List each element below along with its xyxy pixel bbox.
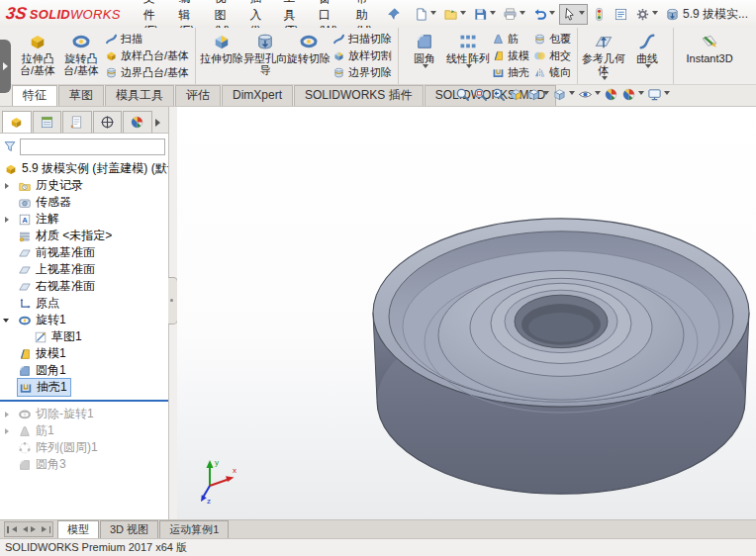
rollback-bar[interactable] (0, 400, 168, 402)
tab-mold-tools[interactable]: 模具工具 (105, 85, 174, 106)
reference-geometry-button[interactable]: 参考几何体 (582, 30, 625, 85)
sweep-button[interactable]: 扫描 (105, 31, 189, 47)
lofted-cut-button[interactable]: 放样切割 (332, 47, 392, 64)
dropdown-caret-icon[interactable] (430, 11, 436, 18)
open-button[interactable] (440, 4, 469, 25)
tab-configuration-manager[interactable] (62, 111, 92, 133)
tab-features[interactable]: 特征 (12, 85, 57, 106)
boundary-boss-base-button[interactable]: 边界凸台/基体 (105, 64, 189, 81)
dropdown-caret-icon[interactable] (520, 11, 525, 18)
new-document-button[interactable] (411, 4, 439, 25)
intersect-button[interactable]: 相交 (533, 47, 571, 64)
collapse-arrow-icon[interactable] (3, 319, 9, 325)
tab-dimxpert-manager[interactable] (93, 111, 123, 133)
instant3d-button[interactable]: Instant3D (678, 30, 741, 66)
anchor-button[interactable] (662, 4, 683, 25)
view-orientation-button[interactable] (526, 87, 549, 102)
tree-item-sketch1[interactable]: 草图1 (0, 328, 168, 345)
tab-3d-views[interactable]: 3D 视图 (100, 520, 158, 538)
zoom-to-fit-button[interactable] (455, 87, 470, 102)
tree-item-fillet1[interactable]: 圆角1 (0, 362, 168, 379)
tree-item-circular-pattern1[interactable]: 阵列(圆周)1 (0, 439, 168, 456)
lofted-boss-base-button[interactable]: 放样凸台/基体 (105, 47, 189, 64)
revolved-boss-base-button[interactable]: 旋转凸台/基体 (59, 30, 103, 78)
dropdown-caret-icon[interactable] (543, 91, 549, 98)
next-tab-button[interactable] (31, 524, 39, 534)
dropdown-caret-icon[interactable] (569, 91, 575, 98)
tree-item-sensors[interactable]: 传感器 (0, 194, 168, 211)
tree-item-cut-revolve1[interactable]: 切除-旋转1 (0, 406, 168, 422)
wrap-button[interactable]: 包覆 (533, 31, 571, 47)
tab-solidworks-addins[interactable]: SOLIDWORKS 插件 (294, 85, 424, 106)
tree-item-fillet3[interactable]: 圆角3 (0, 456, 168, 473)
dropdown-caret-icon[interactable] (602, 76, 608, 83)
tab-property-manager[interactable] (33, 111, 62, 133)
save-button[interactable] (470, 4, 499, 25)
document-properties-button[interactable] (611, 4, 631, 25)
expand-arrow-icon[interactable] (5, 183, 12, 189)
mirror-button[interactable]: 镜向 (533, 64, 571, 81)
tree-item-right-plane[interactable]: 右视基准面 (0, 278, 168, 295)
tree-item-rib1[interactable]: 筋1 (0, 422, 168, 439)
dropdown-caret-icon[interactable] (579, 11, 585, 18)
tree-item-draft1[interactable]: 拔模1 (0, 345, 168, 362)
filter-input[interactable] (20, 139, 165, 155)
first-tab-button[interactable] (7, 524, 17, 534)
curves-button[interactable]: 曲线 (625, 30, 669, 73)
tab-dimxpert[interactable]: DimXpert (222, 85, 293, 106)
dropdown-caret-icon[interactable] (645, 64, 651, 71)
dropdown-caret-icon[interactable] (423, 64, 428, 71)
zoom-to-area-button[interactable] (473, 87, 488, 102)
dropdown-caret-icon[interactable] (638, 91, 644, 98)
swept-cut-button[interactable]: 扫描切除 (332, 31, 392, 47)
hide-show-items-button[interactable] (578, 87, 601, 102)
tree-item-revolve1[interactable]: 旋转1 (0, 312, 168, 328)
tree-item-shell1[interactable]: 抽壳1 (0, 379, 168, 396)
model-part-cap[interactable] (177, 107, 756, 519)
tree-root-part[interactable]: 5.9 拔模实例 (封盖建模) (默认<<默认 (0, 160, 168, 177)
last-tab-button[interactable] (42, 524, 51, 534)
tab-display-manager[interactable] (123, 111, 152, 133)
print-button[interactable] (500, 4, 528, 25)
dropdown-caret-icon[interactable] (664, 91, 670, 98)
tree-item-top-plane[interactable]: 上视基准面 (0, 261, 168, 278)
dropdown-caret-icon[interactable] (460, 11, 466, 18)
linear-pattern-button[interactable]: 线性阵列 (446, 30, 490, 73)
expand-arrow-icon[interactable] (5, 428, 12, 434)
panel-expand-button[interactable] (153, 112, 166, 133)
dropdown-caret-icon[interactable] (595, 91, 601, 98)
tab-evaluate[interactable]: 评估 (175, 85, 221, 106)
draft-button[interactable]: 拔模 (492, 47, 529, 64)
shell-button[interactable]: 抽壳 (492, 64, 529, 81)
view-settings-button[interactable] (647, 87, 670, 102)
feature-flyout-collapsed-tab[interactable] (0, 40, 11, 93)
apply-scene-button[interactable] (621, 87, 644, 102)
extruded-boss-base-button[interactable]: 拉伸凸台/基体 (16, 30, 59, 78)
edit-appearance-button[interactable] (604, 87, 618, 102)
pin-icon[interactable] (387, 7, 401, 21)
graphics-viewport[interactable]: y x z (177, 107, 756, 519)
tab-sketch[interactable]: 草图 (58, 85, 104, 106)
tab-model[interactable]: 模型 (57, 520, 99, 538)
previous-view-button[interactable] (491, 87, 506, 102)
previous-tab-button[interactable] (20, 524, 28, 534)
hole-wizard-button[interactable]: 异型孔向导 (243, 30, 287, 78)
options-button[interactable] (632, 4, 661, 25)
rebuild-button[interactable] (589, 4, 610, 25)
tab-featuremanager-tree[interactable] (2, 111, 32, 133)
tree-item-front-plane[interactable]: 前视基准面 (0, 244, 168, 261)
dropdown-caret-icon[interactable] (490, 11, 496, 18)
tree-item-material[interactable]: 材质 <未指定> (0, 228, 168, 244)
dropdown-caret-icon[interactable] (549, 11, 555, 18)
fillet-button[interactable]: 圆角 (403, 30, 446, 73)
expand-arrow-icon[interactable] (5, 217, 12, 223)
dropdown-caret-icon[interactable] (652, 11, 658, 18)
display-style-button[interactable] (552, 87, 575, 102)
section-view-button[interactable] (509, 87, 523, 102)
boundary-cut-button[interactable]: 边界切除 (332, 64, 392, 81)
revolved-cut-button[interactable]: 旋转切除 (287, 30, 331, 66)
extruded-cut-button[interactable]: 拉伸切除 (200, 30, 243, 66)
tree-item-annotations[interactable]: 注解 (0, 211, 168, 228)
select-button[interactable] (559, 4, 588, 25)
tree-item-history[interactable]: 历史记录 (0, 177, 168, 194)
